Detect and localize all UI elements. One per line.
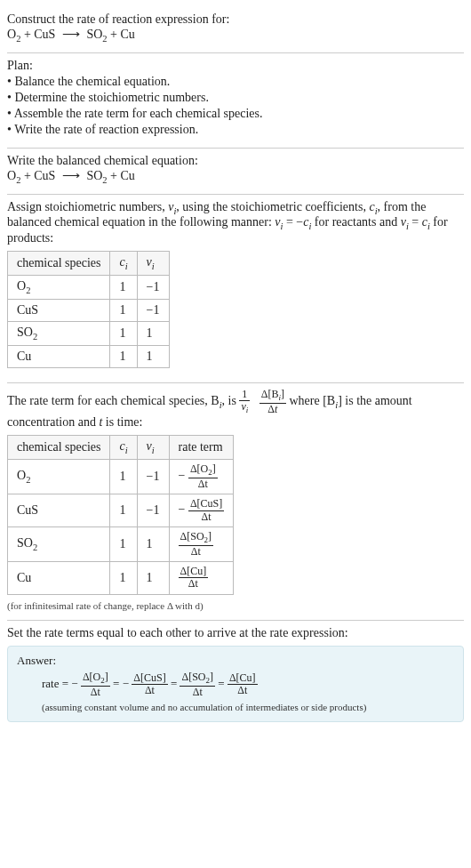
rateterm-table: chemical species ci νi rate term O2 1 −1… <box>7 435 234 594</box>
table-row: CuS 1 −1 − Δ[CuS] Δt <box>8 494 234 526</box>
balanced-section: Write the balanced chemical equation: O2… <box>7 149 464 195</box>
species-cus: CuS <box>34 28 55 41</box>
table-row: Cu 1 1 <box>8 345 170 367</box>
table-row: CuS 1 −1 <box>8 299 170 321</box>
setequal-text: Set the rate terms equal to each other t… <box>7 626 464 640</box>
fraction: Δ[Cu] Δt <box>228 672 258 696</box>
col-rateterm: rate term <box>169 436 234 460</box>
rate-expression: rate = − Δ[O2] Δt = − Δ[CuS] Δt = Δ[SO2]… <box>17 671 454 698</box>
infinitesimal-note: (for infinitesimal rate of change, repla… <box>7 600 464 611</box>
fraction: Δ[SO2] Δt <box>179 531 214 558</box>
col-ci: ci <box>110 436 137 460</box>
plan-bullet: • Write the rate of reaction expression. <box>7 123 464 137</box>
stoich-table: chemical species ci νi O2 1 −1 CuS 1 −1 … <box>7 251 170 367</box>
plan-title: Plan: <box>7 59 464 73</box>
plan-bullet: • Determine the stoichiometric numbers. <box>7 91 464 105</box>
plan-bullet: • Balance the chemical equation. <box>7 75 464 89</box>
assign-text: Assign stoichiometric numbers, νi, using… <box>7 200 464 246</box>
construct-text: Construct the rate of reaction expressio… <box>7 12 464 27</box>
col-species: chemical species <box>8 436 110 460</box>
table-row: O2 1 −1 − Δ[O2] Δt <box>8 459 234 494</box>
table-row: SO2 1 1 <box>8 321 170 345</box>
table-row: O2 1 −1 <box>8 275 170 299</box>
rateterm-text: The rate term for each chemical species,… <box>7 389 464 430</box>
species-cu: Cu <box>120 28 134 41</box>
balanced-equation: O2 + CuS ⟶ SO2 + Cu <box>7 168 464 185</box>
fraction: Δ[O2] Δt <box>188 463 218 490</box>
unbalanced-equation: O2 + CuS ⟶ SO2 + Cu <box>7 27 464 44</box>
col-species: chemical species <box>8 252 110 276</box>
construct-section: Construct the rate of reaction expressio… <box>7 7 464 53</box>
answer-box: Answer: rate = − Δ[O2] Δt = − Δ[CuS] Δt … <box>7 646 464 722</box>
species-so2: SO2 <box>86 169 107 182</box>
rateterm-section: The rate term for each chemical species,… <box>7 383 464 621</box>
plan-section: Plan: • Balance the chemical equation. •… <box>7 53 464 149</box>
species-so2: SO2 <box>86 28 107 41</box>
col-nui: νi <box>137 252 169 276</box>
fraction: Δ[Bi] Δt <box>259 389 286 415</box>
fraction: 1 νi <box>239 389 250 415</box>
plan-bullet: • Assemble the rate term for each chemic… <box>7 107 464 121</box>
fraction: Δ[Cu] Δt <box>179 566 209 590</box>
table-row: Cu 1 1 Δ[Cu] Δt <box>8 562 234 594</box>
col-nui: νi <box>137 436 169 460</box>
answer-label: Answer: <box>17 654 454 668</box>
reaction-arrow-icon: ⟶ <box>59 28 84 41</box>
table-header-row: chemical species ci νi <box>8 252 170 276</box>
species-cu: Cu <box>120 169 134 182</box>
assumption-note: (assuming constant volume and no accumul… <box>17 702 454 712</box>
col-ci: ci <box>110 252 137 276</box>
fraction: Δ[CuS] Δt <box>132 672 167 696</box>
fraction: Δ[O2] Δt <box>81 671 110 698</box>
table-header-row: chemical species ci νi rate term <box>8 436 234 460</box>
fraction: Δ[SO2] Δt <box>180 671 215 698</box>
table-row: SO2 1 1 Δ[SO2] Δt <box>8 526 234 561</box>
reaction-arrow-icon: ⟶ <box>59 169 84 182</box>
species-cus: CuS <box>34 169 55 182</box>
setequal-section: Set the rate terms equal to each other t… <box>7 621 464 731</box>
species-o2: O2 <box>7 169 20 182</box>
assign-section: Assign stoichiometric numbers, νi, using… <box>7 195 464 383</box>
species-o2: O2 <box>7 28 20 41</box>
fraction: Δ[CuS] Δt <box>188 498 224 522</box>
balanced-title: Write the balanced chemical equation: <box>7 154 464 168</box>
